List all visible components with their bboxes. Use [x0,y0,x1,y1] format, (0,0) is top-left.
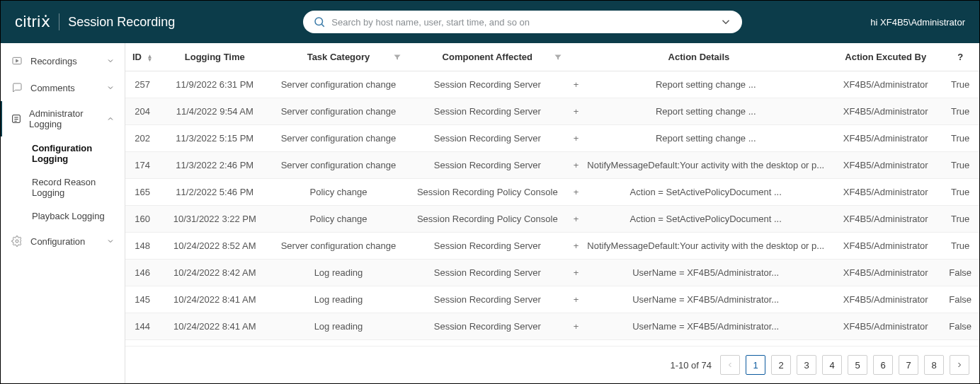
col-header-component-affected[interactable]: Component Affected [407,43,568,71]
table-row[interactable]: 144 10/24/2022 8:41 AM Log reading Sessi… [125,313,979,340]
expand-icon[interactable]: + [574,160,583,170]
cell-executed-by: XF4B5/Administrator [830,260,941,286]
table-row[interactable]: 202 11/3/2022 5:15 PM Server configurati… [125,125,979,152]
cell-action-details: + UserName = XF4B5/Administrator... [568,286,830,313]
cell-logging-time: 11/2/2022 5:46 PM [159,179,270,206]
sidebar-item-administrator-logging[interactable]: Administrator Logging [0,101,125,136]
cell-action-details: + UserName = XF4B5/Administrator... [568,313,830,340]
sidebar-item-recordings[interactable]: Recordings [1,47,125,74]
chevron-down-icon [106,57,115,65]
expand-icon[interactable]: + [574,240,583,251]
table-row[interactable]: 146 10/24/2022 8:42 AM Log reading Sessi… [125,260,979,286]
sidebar-item-label: Configuration [30,236,85,247]
expand-icon[interactable]: + [574,79,583,90]
cell-action-details: + UserName = XF4B5/Administrator... [568,260,830,286]
filter-icon[interactable] [554,53,562,62]
cell-task-category: Log reading [270,260,407,286]
cell-id: 160 [125,206,159,233]
col-header-label: ID [132,52,142,62]
col-header-question[interactable]: ? [941,43,979,71]
table-header: ID ▲▼ Logging Time Task Category Compone… [125,43,979,71]
cell-executed-by: XF4B5/Administrator [830,206,941,233]
page-button-7[interactable]: 7 [899,355,918,375]
cell-task-category: Server configuration change [270,98,407,125]
expand-icon[interactable]: + [574,294,583,305]
cell-result: False [941,286,979,313]
col-header-task-category[interactable]: Task Category [270,43,407,71]
col-header-id[interactable]: ID ▲▼ [125,43,159,71]
page-button-1[interactable]: 1 [746,355,765,375]
cell-task-category: Policy change [270,206,407,233]
cell-id: 257 [125,71,159,98]
expand-icon[interactable]: + [574,106,583,117]
brand-logo: citriẋ [15,13,50,31]
table-row[interactable]: 257 11/9/2022 6:31 PM Server configurati… [125,71,979,98]
sidebar-sub-record-reason-logging[interactable]: Record Reason Logging [1,170,125,204]
page-button-2[interactable]: 2 [771,355,791,375]
page-button-6[interactable]: 6 [873,355,893,375]
col-header-action-details[interactable]: Action Details [568,43,830,71]
search-dropdown-icon[interactable] [719,16,732,28]
action-text: Report setting change ... [587,106,824,117]
search-input[interactable] [331,17,719,28]
cell-result: True [941,206,979,233]
table-row[interactable]: 148 10/24/2022 8:52 AM Server configurat… [125,233,979,260]
table-row[interactable]: 160 10/31/2022 3:22 PM Policy change Ses… [125,206,979,233]
page-next-button[interactable] [950,355,969,375]
cell-component-affected: Session Recording Server [407,260,568,286]
cell-executed-by: XF4B5/Administrator [830,98,941,125]
product-name: Session Recording [68,15,175,30]
cell-executed-by: XF4B5/Administrator [830,286,941,313]
cell-component-affected: Session Recording Server [407,98,568,125]
filter-icon[interactable] [393,53,401,62]
search-box[interactable] [303,11,742,33]
cell-executed-by: XF4B5/Administrator [830,152,941,179]
cell-logging-time: 11/4/2022 9:54 AM [159,98,270,125]
pagination: 1-10 of 74 12345678 [125,346,979,383]
top-bar: citriẋ Session Recording hi XF4B5\Admini… [1,1,979,43]
play-icon [11,54,23,67]
sort-icon[interactable]: ▲▼ [147,54,153,62]
brand-separator [59,13,59,30]
svg-marker-3 [16,59,18,62]
table-row[interactable]: 145 10/24/2022 8:41 AM Log reading Sessi… [125,286,979,313]
pagination-range: 1-10 of 74 [670,360,712,371]
cell-action-details: + Report setting change ... [568,125,830,152]
comment-icon [11,81,23,94]
sidebar-sub-playback-logging[interactable]: Playback Logging [1,204,125,228]
expand-icon[interactable]: + [574,214,583,224]
cell-action-details: + Report setting change ... [568,71,830,98]
svg-point-0 [315,18,323,25]
expand-icon[interactable]: + [574,133,583,144]
sidebar-item-label: Comments [30,83,75,93]
cell-task-category: Server configuration change [270,125,407,152]
user-greeting: hi XF4B5\Administrator [870,17,965,28]
expand-icon[interactable]: + [574,187,583,197]
sidebar-item-comments[interactable]: Comments [1,74,125,101]
page-prev-button[interactable] [720,355,740,375]
sidebar-item-configuration[interactable]: Configuration [1,228,125,255]
cell-id: 144 [125,313,159,340]
table-row[interactable]: 204 11/4/2022 9:54 AM Server configurati… [125,98,979,125]
col-header-logging-time[interactable]: Logging Time [159,43,270,71]
page-button-5[interactable]: 5 [848,355,867,375]
page-button-3[interactable]: 3 [797,355,816,375]
action-text: Action = SetActivePolicyDocument ... [587,214,824,224]
expand-icon[interactable]: + [574,267,583,278]
table-row[interactable]: 165 11/2/2022 5:46 PM Policy change Sess… [125,179,979,206]
table-row[interactable]: 174 11/3/2022 2:46 PM Server configurati… [125,152,979,179]
cell-result: True [941,152,979,179]
page-button-4[interactable]: 4 [822,355,842,375]
sidebar-sub-configuration-logging[interactable]: Configuration Logging [1,136,125,170]
cell-task-category: Server configuration change [270,71,407,98]
page-button-8[interactable]: 8 [924,355,944,375]
expand-icon[interactable]: + [574,321,583,332]
cell-task-category: Server configuration change [270,233,407,260]
gear-icon [11,235,23,248]
cell-logging-time: 10/31/2022 3:22 PM [159,206,270,233]
cell-id: 204 [125,98,159,125]
cell-component-affected: Session Recording Server [407,71,568,98]
col-header-action-executed-by[interactable]: Action Excuted By [830,43,941,71]
action-text: UserName = XF4B5/Administrator... [587,294,824,305]
sidebar-item-label: Administrator Logging [29,108,99,129]
